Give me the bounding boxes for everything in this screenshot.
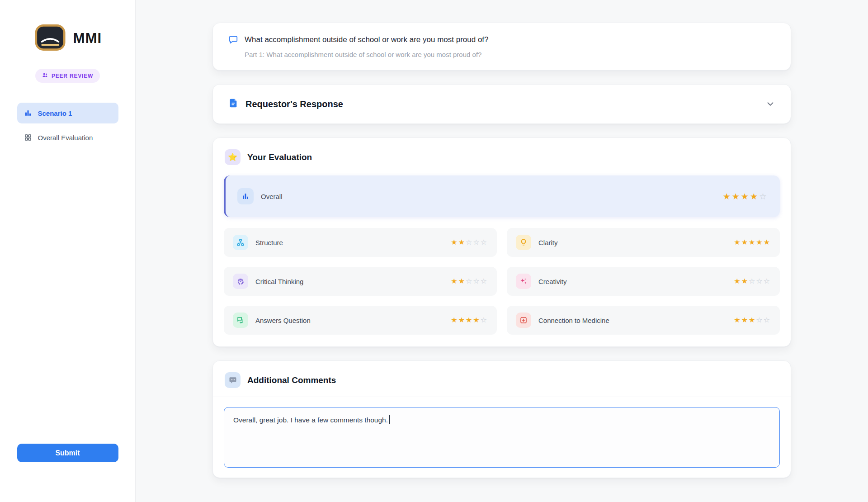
overall-rating-row: Overall ★★★★☆ bbox=[224, 175, 780, 217]
bar-chart-icon bbox=[24, 109, 32, 117]
star-1-filled[interactable]: ★ bbox=[734, 277, 741, 285]
star-1-filled[interactable]: ★ bbox=[451, 277, 458, 285]
additional-comments-card: Additional Comments Overall, great job. … bbox=[212, 360, 791, 478]
star-2-filled[interactable]: ★ bbox=[741, 238, 749, 246]
evaluation-title: Your Evaluation bbox=[247, 152, 312, 162]
sidebar-item-label: Scenario 1 bbox=[38, 109, 72, 117]
star-2-filled[interactable]: ★ bbox=[458, 316, 466, 324]
star-2-filled[interactable]: ★ bbox=[732, 192, 741, 201]
question-card: What accomplishment outside of school or… bbox=[212, 23, 791, 71]
speech-dots-icon bbox=[225, 372, 241, 388]
star-5-empty[interactable]: ☆ bbox=[764, 277, 771, 285]
category-label: Answers Question bbox=[255, 317, 311, 324]
rating-row-critical-thinking: Critical Thinking ★★☆☆☆ bbox=[224, 267, 497, 296]
overall-star-rating: ★★★★☆ bbox=[723, 192, 768, 201]
rating-row-connection-to-medicine: Connection to Medicine ★★★☆☆ bbox=[507, 306, 780, 335]
question-subtitle: Part 1: What accomplishment outside of s… bbox=[245, 51, 775, 58]
brand-logo: MMI bbox=[33, 21, 102, 56]
star-3-empty[interactable]: ☆ bbox=[749, 277, 756, 285]
star-5-empty[interactable]: ☆ bbox=[481, 316, 488, 324]
star-emoji-icon: ⭐ bbox=[225, 149, 241, 165]
sidebar-nav: Scenario 1 Overall Evaluation bbox=[17, 103, 118, 148]
rating-row-clarity: Clarity ★★★★★ bbox=[507, 228, 780, 257]
comments-input[interactable]: Overall, great job. I have a few comment… bbox=[224, 407, 780, 468]
star-5-empty[interactable]: ☆ bbox=[481, 238, 488, 246]
peer-review-badge: PEER REVIEW bbox=[35, 69, 100, 83]
sidebar-item-label: Overall Evaluation bbox=[38, 134, 93, 142]
star-2-filled[interactable]: ★ bbox=[458, 277, 466, 285]
rating-row-structure: Structure ★★☆☆☆ bbox=[224, 228, 497, 257]
rating-row-answers-question: Answers Question ★★★★☆ bbox=[224, 306, 497, 335]
star-5-empty[interactable]: ☆ bbox=[764, 316, 771, 324]
sparkles-icon bbox=[516, 274, 531, 289]
lightbulb-icon bbox=[516, 235, 531, 250]
star-4-empty[interactable]: ☆ bbox=[473, 238, 480, 246]
chat-double-icon bbox=[233, 313, 248, 328]
star-2-filled[interactable]: ★ bbox=[741, 277, 749, 285]
requestor-response-card[interactable]: Requestor's Response bbox=[212, 84, 791, 124]
star-1-filled[interactable]: ★ bbox=[734, 316, 741, 324]
star-rating: ★★★★★ bbox=[734, 239, 771, 246]
star-rating: ★★★★☆ bbox=[451, 317, 488, 324]
grid-icon bbox=[24, 133, 32, 142]
category-label: Connection to Medicine bbox=[538, 317, 609, 324]
head-idea-icon bbox=[233, 274, 248, 289]
star-2-filled[interactable]: ★ bbox=[458, 238, 466, 246]
comments-title: Additional Comments bbox=[247, 375, 336, 385]
main-content: What accomplishment outside of school or… bbox=[136, 0, 868, 502]
star-4-filled[interactable]: ★ bbox=[756, 238, 763, 246]
star-4-filled[interactable]: ★ bbox=[473, 316, 480, 324]
submit-button[interactable]: Submit bbox=[17, 444, 118, 462]
brand-name: MMI bbox=[73, 30, 102, 47]
star-4-empty[interactable]: ☆ bbox=[756, 277, 763, 285]
sidebar: MMI PEER REVIEW Scenario 1 Overall Evalu… bbox=[0, 0, 136, 502]
category-label: Structure bbox=[255, 239, 283, 246]
star-3-empty[interactable]: ☆ bbox=[466, 277, 473, 285]
star-3-filled[interactable]: ★ bbox=[466, 316, 473, 324]
requestor-response-title: Requestor's Response bbox=[245, 99, 343, 109]
star-1-filled[interactable]: ★ bbox=[451, 238, 458, 246]
star-1-filled[interactable]: ★ bbox=[451, 316, 458, 324]
chat-bubble-icon bbox=[228, 35, 238, 47]
category-rating-grid: Structure ★★☆☆☆ Clarity ★★★★★ Critical T… bbox=[224, 228, 780, 335]
question-title: What accomplishment outside of school or… bbox=[245, 35, 489, 45]
evaluation-header: ⭐ Your Evaluation bbox=[213, 138, 791, 174]
star-1-filled[interactable]: ★ bbox=[734, 238, 741, 246]
star-4-empty[interactable]: ☆ bbox=[756, 316, 763, 324]
people-icon bbox=[42, 72, 48, 80]
overall-label: Overall bbox=[261, 193, 283, 200]
chevron-down-icon[interactable] bbox=[765, 99, 775, 109]
bar-chart-icon bbox=[237, 188, 254, 204]
star-4-empty[interactable]: ☆ bbox=[473, 277, 480, 285]
star-rating: ★★☆☆☆ bbox=[451, 278, 488, 285]
star-rating: ★★☆☆☆ bbox=[451, 239, 488, 246]
rating-row-creativity: Creativity ★★☆☆☆ bbox=[507, 267, 780, 296]
document-icon bbox=[228, 98, 238, 110]
star-4-filled[interactable]: ★ bbox=[750, 192, 759, 201]
star-2-filled[interactable]: ★ bbox=[741, 316, 749, 324]
medical-cross-icon bbox=[516, 313, 531, 328]
sidebar-item-scenario-1[interactable]: Scenario 1 bbox=[17, 103, 118, 123]
star-3-filled[interactable]: ★ bbox=[741, 192, 750, 201]
star-rating: ★★☆☆☆ bbox=[734, 278, 771, 285]
category-label: Creativity bbox=[538, 278, 567, 285]
category-label: Clarity bbox=[538, 239, 558, 246]
star-5-empty[interactable]: ☆ bbox=[481, 277, 488, 285]
star-5-filled[interactable]: ★ bbox=[764, 238, 771, 246]
sidebar-item-overall-evaluation[interactable]: Overall Evaluation bbox=[17, 127, 118, 148]
star-3-filled[interactable]: ★ bbox=[749, 238, 756, 246]
star-3-empty[interactable]: ☆ bbox=[466, 238, 473, 246]
mmi-logo-icon bbox=[33, 21, 67, 56]
category-label: Critical Thinking bbox=[255, 278, 303, 285]
evaluation-card: ⭐ Your Evaluation Overall ★★★★☆ Structur… bbox=[212, 137, 791, 347]
comments-text: Overall, great job. I have a few comment… bbox=[233, 416, 388, 424]
text-caret bbox=[389, 415, 390, 424]
structure-icon bbox=[233, 235, 248, 250]
star-1-filled[interactable]: ★ bbox=[723, 192, 732, 201]
star-rating: ★★★☆☆ bbox=[734, 317, 771, 324]
comments-header: Additional Comments bbox=[213, 361, 791, 397]
star-3-filled[interactable]: ★ bbox=[749, 316, 756, 324]
star-5-empty[interactable]: ☆ bbox=[759, 192, 768, 201]
badge-label: PEER REVIEW bbox=[52, 73, 93, 79]
